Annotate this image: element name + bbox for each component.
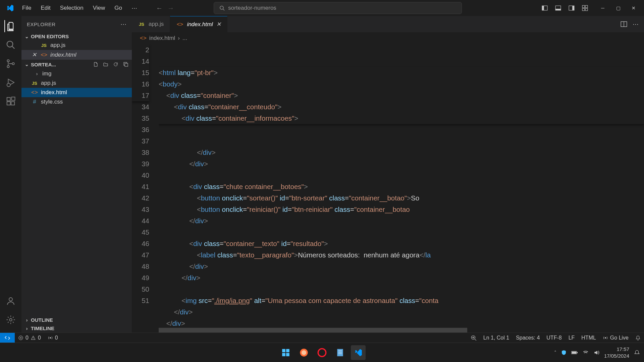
open-editor-indexhtml[interactable]: ✕ <> index.html [21,50,132,60]
tray-wifi-icon[interactable] [583,350,589,356]
error-count: 0 [25,335,29,341]
source-control-icon[interactable] [5,58,17,70]
accounts-icon[interactable] [5,295,17,307]
activity-bar [0,16,21,333]
svg-point-39 [318,349,326,356]
nav-arrows: ← → [155,4,175,12]
folder-header[interactable]: ⌄ SORTEA... [21,60,132,69]
timeline-label: TIMELINE [31,325,54,331]
search-activity-icon[interactable] [5,39,17,51]
breadcrumb[interactable]: <> index.html › ... [132,32,644,44]
close-icon[interactable]: ✕ [216,21,221,28]
menu-selection[interactable]: Selection [55,3,88,14]
tree-file-stylecss[interactable]: # style.css [21,97,132,107]
run-debug-icon[interactable] [5,76,17,88]
tree-file-indexhtml[interactable]: <> index.html [21,88,132,97]
nav-back-icon[interactable]: ← [155,4,163,12]
close-button[interactable]: ✕ [626,0,641,16]
close-icon[interactable]: ✕ [31,51,38,58]
tray-security-icon[interactable] [561,350,567,355]
status-bell[interactable] [632,335,644,341]
open-editors-label: OPEN EDITORS [31,34,69,39]
customize-layout-icon[interactable] [580,3,590,13]
outline-header[interactable]: › OUTLINE [21,316,132,324]
svg-rect-18 [7,98,10,101]
status-encoding[interactable]: UTF-8 [543,335,565,341]
collapse-icon[interactable] [122,61,129,68]
status-golive[interactable]: Go Live [599,335,632,341]
code-editor[interactable]: 214151617 343536373839404142434445464748… [132,44,644,333]
remote-indicator[interactable] [0,333,15,343]
taskbar-vscode-icon[interactable] [351,345,366,360]
bell-icon [635,335,641,341]
menu-more[interactable]: ⋯ [127,3,142,14]
refresh-icon[interactable] [112,61,119,68]
svg-rect-10 [582,8,585,11]
status-zoom[interactable] [467,335,480,341]
svg-rect-5 [555,9,561,10]
scrollbar-thumb[interactable] [159,328,467,333]
chevron-down-icon: ⌄ [24,34,30,39]
menu-edit[interactable]: Edit [36,3,55,14]
status-eol[interactable]: LF [565,335,578,341]
svg-rect-11 [585,8,588,11]
tray-volume-icon[interactable] [593,350,599,356]
windows-start-icon[interactable] [278,345,293,360]
tab-label: app.js [149,21,164,27]
taskbar-app-1[interactable] [297,345,311,360]
outline-label: OUTLINE [31,317,53,323]
status-spaces[interactable]: Spaces: 4 [513,335,543,341]
tray-battery-icon[interactable] [571,350,578,355]
status-language[interactable]: HTML [578,335,599,341]
code-content[interactable]: <html lang="pt-br"><body> <div class="co… [159,44,644,333]
split-editor-icon[interactable] [621,21,627,27]
new-folder-icon[interactable] [102,61,109,68]
tray-clock[interactable]: 17:57 17/05/2024 [604,346,629,359]
port-count: 0 [55,335,58,341]
explorer-icon[interactable] [4,20,16,32]
tab-appjs[interactable]: JS app.js [132,16,170,32]
svg-point-38 [302,350,306,355]
svg-point-32 [605,337,606,339]
minimize-button[interactable]: ─ [595,0,610,16]
new-file-icon[interactable] [92,61,99,68]
taskbar-notepad-icon[interactable] [333,345,347,360]
tree-file-appjs[interactable]: JS app.js [21,78,132,88]
horizontal-scrollbar[interactable] [159,328,600,333]
svg-rect-36 [286,353,289,356]
svg-rect-8 [582,5,585,8]
svg-point-23 [9,318,12,321]
svg-point-22 [9,298,12,301]
svg-point-30 [50,337,51,339]
js-file-icon: JS [138,22,145,27]
tree-folder-img[interactable]: › img [21,69,132,78]
tab-indexhtml[interactable]: <> index.html ✕ [170,16,227,32]
sidebar-more-icon[interactable]: ⋯ [120,20,126,28]
tray-chevron-icon[interactable]: ˄ [554,350,556,355]
settings-gear-icon[interactable] [5,314,17,326]
open-editors-header[interactable]: ⌄ OPEN EDITORS [21,32,132,41]
chevron-right-icon: › [24,317,30,323]
taskbar-opera-icon[interactable] [315,345,329,360]
status-problems[interactable]: 0 0 [15,335,44,341]
status-ports[interactable]: 0 [44,335,61,341]
more-actions-icon[interactable]: ⋯ [633,20,639,28]
broadcast-icon [603,335,608,341]
menu-go[interactable]: Go [110,3,127,14]
taskbar-apps [278,345,366,360]
status-cursor[interactable]: Ln 1, Col 1 [480,335,513,341]
menu-file[interactable]: File [17,3,36,14]
svg-rect-45 [577,352,578,353]
open-editor-appjs[interactable]: JS app.js [21,41,132,50]
timeline-header[interactable]: › TIMELINE [21,324,132,333]
toggle-panel-left-icon[interactable] [540,3,549,13]
menu-view[interactable]: View [88,3,110,14]
toggle-panel-right-icon[interactable] [567,3,576,13]
sidebar: EXPLORER ⋯ ⌄ OPEN EDITORS JS app.js ✕ <>… [21,16,132,333]
toggle-panel-bottom-icon[interactable] [553,3,563,13]
command-center[interactable]: sorteador-numeros [214,2,462,14]
nav-forward-icon[interactable]: → [167,4,175,12]
tray-notifications-icon[interactable] [634,350,640,356]
extensions-icon[interactable] [5,95,17,107]
maximize-button[interactable]: ▢ [610,0,626,16]
